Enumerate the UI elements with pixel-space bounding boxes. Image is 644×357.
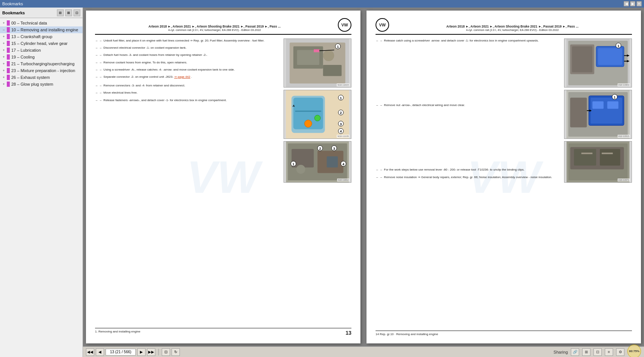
right-page: VW VW Arteon 2018 ►, Arteon 2021 ►, Arte…: [366, 11, 641, 343]
sidebar-item-15[interactable]: + 15 – Cylinder head, valve gear: [0, 40, 83, 47]
right-text-col: – Release catch using a screwdriver -arr…: [376, 38, 561, 328]
collapse-btn[interactable]: ◀: [624, 1, 629, 6]
toolbar-icon-1[interactable]: ⊞: [57, 9, 64, 16]
left-text-col: – Unbolt fuel filter, and place it on en…: [95, 38, 281, 326]
svg-rect-65: [574, 149, 596, 166]
svg-text:1: 1: [618, 44, 619, 48]
svg-rect-59: [570, 98, 587, 128]
nav-next-btn[interactable]: ▶: [137, 348, 146, 356]
close-btn[interactable]: ✕: [636, 1, 642, 6]
sidebar-toolbar: Bookmarks ⊞ ⊠ ⊡: [0, 8, 83, 18]
color-bar-10: [7, 27, 10, 32]
svg-point-68: [607, 169, 615, 177]
right-image-3-svg: [564, 142, 632, 182]
view-btn-3[interactable]: ≡: [605, 348, 613, 356]
expand-icon-15: +: [2, 41, 6, 46]
sidebar-item-13[interactable]: + 13 – Crankshaft group: [0, 33, 83, 40]
page-input[interactable]: [106, 349, 136, 355]
status-bar-right: Sharing 🔗 ⊞ ⊡ ≡ ⚙ 80:75%: [554, 346, 641, 357]
toolbar-icon-2[interactable]: ⊠: [65, 9, 72, 16]
view-btn-2[interactable]: ⊡: [593, 348, 602, 356]
right-image-1-svg: 1: [564, 39, 632, 87]
sidebar-title: Bookmarks: [2, 11, 55, 15]
left-instruction-1: – Unbolt fuel filter, and place it on en…: [95, 38, 278, 43]
sidebar-item-17[interactable]: + 17 – Lubrication: [0, 47, 83, 54]
nav-first-btn[interactable]: ◀◀: [86, 348, 94, 356]
settings-btn[interactable]: ⚙: [616, 348, 624, 356]
view-btn-1[interactable]: ⊞: [582, 348, 590, 356]
left-images-col: 1 N10-11015: [284, 38, 351, 326]
right-subtitle-line: 4-cyl. common rail (2.0 l, 4V, turbochar…: [393, 28, 632, 32]
svg-rect-30: [327, 156, 338, 167]
left-img1-label: N10-11015: [337, 83, 350, 86]
expand-icon-13: +: [2, 34, 6, 39]
fit-page-btn[interactable]: ⊡: [162, 348, 170, 356]
left-instruction-5: – Using a screwdriver -A-, release catch…: [95, 68, 278, 72]
left-image-3-svg: 2 3 4 1: [284, 142, 351, 182]
rotate-btn[interactable]: ↻: [172, 348, 180, 356]
svg-rect-5: [323, 65, 342, 76]
sidebar-item-28[interactable]: + 28 – Glow plug system: [0, 81, 83, 88]
sidebar: Bookmarks ⊞ ⊠ ⊡ + 00 – Technical data – …: [0, 8, 83, 357]
left-instruction-8: – Move electrical lines free.: [95, 91, 278, 95]
svg-rect-6: [314, 49, 319, 52]
left-page: VW Arteon 2018 ►, Arteon 2021 ►, Arteon …: [86, 11, 360, 343]
right-image-2: 1 A12-11515: [564, 90, 632, 139]
right-instruction-2: – Remove nut -arrow-, detach electrical …: [376, 103, 558, 107]
svg-text:4: 4: [342, 162, 344, 166]
sidebar-label-26: 26 – Exhaust system: [11, 75, 50, 80]
sidebar-item-23[interactable]: + 23 – Mixture preparation - injection: [0, 67, 83, 74]
expand-btn[interactable]: ▶: [630, 1, 635, 6]
left-content-wrapper: – Unbolt fuel filter, and place it on en…: [95, 38, 351, 326]
svg-rect-69: [581, 152, 592, 154]
right-images-col: 1 A10-11503: [564, 38, 632, 328]
left-image-1: 1 N10-11015: [284, 38, 351, 88]
color-bar-23: [7, 68, 10, 73]
sidebar-item-21[interactable]: + 21 – Turbocharging/supercharging: [0, 60, 83, 67]
sidebar-item-26[interactable]: + 26 – Exhaust system: [0, 74, 83, 81]
color-bar-19: [7, 54, 10, 60]
sidebar-label-13: 13 – Crankshaft group: [11, 34, 52, 39]
svg-point-4: [323, 50, 334, 62]
nav-prev-btn[interactable]: ◀: [96, 348, 104, 356]
svg-text:2: 2: [319, 147, 321, 151]
svg-text:1: 1: [340, 96, 342, 100]
color-bar-00: [7, 20, 10, 26]
svg-point-29: [296, 165, 305, 174]
svg-rect-55: [592, 102, 604, 109]
expand-icon-23: +: [2, 68, 6, 73]
left-instruction-6: – Separate connector -2- on engine contr…: [95, 75, 278, 79]
sidebar-items-list: + 00 – Technical data – 10 – Removing an…: [0, 18, 83, 357]
toolbar-icon-3[interactable]: ⊡: [74, 9, 80, 16]
left-page-header: Arteon 2018 ►, Arteon 2021 ►, Arteon Sho…: [95, 18, 351, 35]
expand-icon-17: +: [2, 48, 6, 52]
sidebar-label-19: 19 – Cooling: [11, 55, 35, 59]
left-img3-label: A10-11632: [337, 178, 350, 182]
right-vw-logo: VW: [376, 18, 389, 32]
page-link[interactable]: ⇒ page 442: [174, 75, 190, 78]
sidebar-item-10[interactable]: – 10 – Removing and installing engine: [0, 26, 83, 33]
svg-rect-42: [598, 48, 622, 65]
svg-rect-48: [572, 46, 592, 72]
right-title-line: Arteon 2018 ►, Arteon 2021 ►, Arteon Sho…: [393, 25, 632, 28]
svg-rect-66: [600, 149, 620, 166]
sidebar-item-00[interactable]: + 00 – Technical data: [0, 20, 83, 26]
left-instruction-3: – Detach fuel hoses -3- and coolant hose…: [95, 53, 278, 57]
sidebar-label-10: 10 – Removing and installing engine: [11, 28, 78, 32]
share-icon[interactable]: 🔗: [571, 348, 579, 356]
right-img3-label: A10-11571: [618, 178, 630, 182]
zoom-value: 80:75%: [629, 349, 639, 353]
svg-text:4: 4: [340, 129, 342, 133]
sidebar-item-19[interactable]: + 19 – Cooling: [0, 54, 83, 60]
color-bar-15: [7, 41, 10, 46]
left-footer-right: 13: [345, 330, 351, 336]
nav-last-btn[interactable]: ▶▶: [147, 348, 155, 356]
color-bar-26: [7, 75, 10, 80]
left-instruction-4: – Remove coolant hoses from engine. To d…: [95, 60, 278, 65]
svg-point-15: [314, 115, 320, 121]
titlebar-title: Bookmarks: [2, 2, 624, 6]
left-image-2-svg: A 1 2 3 4: [284, 90, 351, 138]
color-bar-17: [7, 48, 10, 53]
svg-rect-3: [297, 50, 319, 65]
left-page-footer: 1. Removing and installing engine 13: [95, 328, 351, 336]
